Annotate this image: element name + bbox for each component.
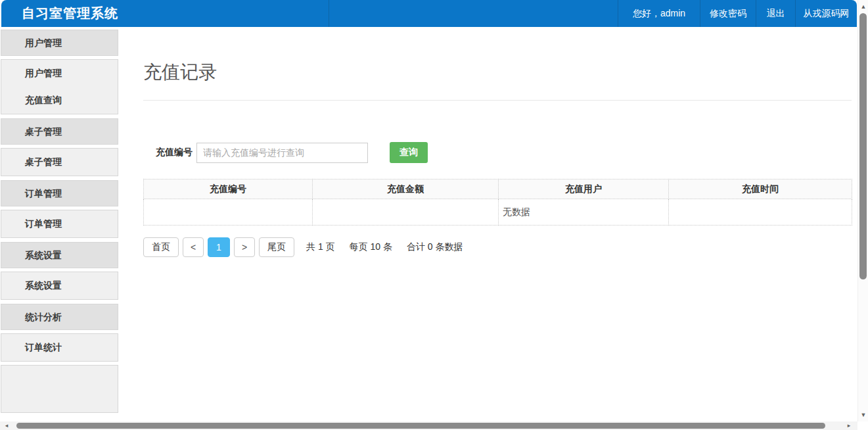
sidebar-item-label: 用户管理	[1, 60, 118, 87]
column-header-recharge-user: 充值用户	[499, 179, 669, 199]
total-items-text: 合计 0 条数据	[407, 241, 463, 253]
table-empty-row: 无数据	[144, 199, 852, 226]
sidebar-item-label: 充值查询	[1, 87, 118, 114]
sidebar-section-label: 统计分析	[1, 304, 118, 329]
sidebar-item-label: 订单统计	[1, 334, 118, 361]
sidebar-group-user: 用户管理 充值查询	[1, 59, 118, 114]
main-content: 充值记录 充值编号 查询 充值编号 充值金额 充值用户 充值时间 无数据 首页	[119, 27, 857, 421]
total-pages-text: 共 1 页	[306, 241, 335, 253]
query-button[interactable]: 查询	[390, 142, 428, 163]
next-page-button[interactable]: >	[234, 237, 255, 257]
user-greeting: 您好，admin	[618, 0, 700, 27]
column-header-recharge-id: 充值编号	[144, 179, 313, 199]
sidebar-group-statistics: 订单统计	[1, 333, 118, 362]
sidebar-section-label: 桌子管理	[1, 119, 118, 144]
sidebar-section-label: 订单管理	[1, 181, 118, 206]
recharge-records-table: 充值编号 充值金额 充值用户 充值时间 无数据	[143, 179, 852, 226]
scroll-left-icon[interactable]: ◂	[1, 421, 12, 430]
sidebar-section-table-management[interactable]: 桌子管理	[1, 118, 118, 145]
empty-cell	[144, 199, 313, 226]
sidebar-group-order: 订单管理	[1, 210, 118, 238]
sidebar-item-label: 系统设置	[1, 272, 118, 299]
title-divider	[143, 100, 852, 101]
sidebar-menu: 用户管理 用户管理 充值查询 桌子管理 桌子管理 订单管理 订单管理 系统设置 …	[1, 27, 119, 413]
prev-page-button[interactable]: <	[183, 237, 204, 257]
sidebar-section-user-management[interactable]: 用户管理	[1, 30, 118, 56]
vertical-scrollbar-thumb[interactable]	[859, 13, 867, 279]
sidebar-item-order-statistics[interactable]: 订单统计	[1, 334, 118, 361]
sidebar-group-table: 桌子管理	[1, 148, 118, 176]
sidebar-item-system-settings[interactable]: 系统设置	[1, 272, 118, 299]
source-site-link[interactable]: 从戎源码网	[795, 0, 857, 27]
sidebar-item-label: 桌子管理	[1, 149, 118, 176]
table-header-row: 充值编号 充值金额 充值用户 充值时间	[144, 179, 852, 199]
page-title: 充值记录	[143, 60, 852, 85]
empty-cell	[669, 199, 852, 226]
empty-cell	[313, 199, 499, 226]
pagination-bar: 首页 < 1 > 尾页 共 1 页 每页 10 条 合计 0 条数据	[143, 237, 852, 257]
vertical-scrollbar[interactable]: ▲ ▼	[857, 0, 868, 421]
scroll-right-icon[interactable]: ▸	[844, 421, 854, 430]
sidebar-item-order-management[interactable]: 订单管理	[1, 210, 118, 237]
search-form: 充值编号 查询	[143, 142, 852, 163]
header-nav: 您好，admin 修改密码 退出 从戎源码网	[618, 0, 857, 27]
column-header-recharge-time: 充值时间	[669, 179, 852, 199]
logout-link[interactable]: 退出	[756, 0, 795, 27]
sidebar-item-table-management[interactable]: 桌子管理	[1, 149, 118, 176]
first-page-button[interactable]: 首页	[143, 237, 179, 257]
horizontal-scrollbar-thumb[interactable]	[16, 423, 825, 429]
per-page-text: 每页 10 条	[350, 241, 392, 253]
scroll-down-icon[interactable]: ▼	[858, 410, 868, 419]
current-page-button[interactable]: 1	[208, 237, 230, 257]
sidebar-item-recharge-query[interactable]: 充值查询	[1, 87, 118, 114]
sidebar-empty-panel	[1, 365, 118, 413]
sidebar-section-label: 用户管理	[1, 30, 118, 55]
sidebar-section-system-settings[interactable]: 系统设置	[1, 242, 118, 268]
sidebar-group-system: 系统设置	[1, 272, 118, 300]
sidebar-item-label: 订单管理	[1, 210, 118, 237]
last-page-button[interactable]: 尾页	[259, 237, 294, 257]
scroll-up-icon[interactable]: ▲	[858, 2, 868, 11]
change-password-link[interactable]: 修改密码	[700, 0, 756, 27]
sidebar-section-label: 系统设置	[1, 243, 118, 268]
sidebar-item-user-management[interactable]: 用户管理	[1, 60, 118, 87]
sidebar-section-statistics[interactable]: 统计分析	[1, 304, 118, 330]
header-divider	[329, 0, 329, 27]
sidebar-section-order-management[interactable]: 订单管理	[1, 180, 118, 206]
horizontal-scrollbar[interactable]: ◂ ▸	[0, 421, 857, 430]
app-title: 自习室管理系统	[1, 5, 118, 22]
recharge-id-input[interactable]	[196, 143, 368, 163]
search-label: 充值编号	[156, 147, 193, 158]
column-header-recharge-amount: 充值金额	[313, 179, 499, 199]
no-data-text: 无数据	[499, 199, 669, 226]
top-header-bar: 自习室管理系统 您好，admin 修改密码 退出 从戎源码网	[1, 0, 857, 27]
